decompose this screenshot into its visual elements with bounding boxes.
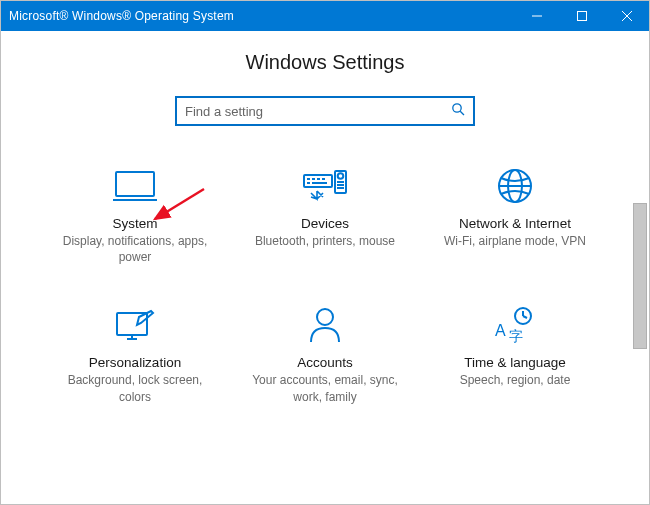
search-icon xyxy=(451,102,465,120)
tile-desc: Bluetooth, printers, mouse xyxy=(255,233,395,249)
search-input[interactable] xyxy=(185,104,451,119)
accounts-icon xyxy=(307,305,343,345)
tile-label: Devices xyxy=(301,216,349,231)
tile-label: System xyxy=(112,216,157,231)
tile-label: Personalization xyxy=(89,355,181,370)
svg-rect-1 xyxy=(577,12,586,21)
tile-network[interactable]: Network & Internet Wi-Fi, airplane mode,… xyxy=(420,166,610,265)
tile-desc: Your accounts, email, sync, work, family xyxy=(252,372,398,404)
tile-personalization[interactable]: Personalization Background, lock screen,… xyxy=(40,305,230,404)
window-title: Microsoft® Windows® Operating System xyxy=(1,9,234,23)
minimize-icon xyxy=(532,11,542,21)
svg-rect-6 xyxy=(116,172,154,196)
tile-desc: Display, notifications, apps, power xyxy=(63,233,208,265)
tile-devices[interactable]: Devices Bluetooth, printers, mouse xyxy=(230,166,420,265)
tile-desc: Speech, region, date xyxy=(460,372,571,388)
tile-desc: Wi-Fi, airplane mode, VPN xyxy=(444,233,586,249)
tile-time-language[interactable]: A 字 Time & language Speech, region, date xyxy=(420,305,610,404)
search-wrap xyxy=(1,96,649,126)
page-title: Windows Settings xyxy=(1,51,649,74)
scrollbar-thumb[interactable] xyxy=(633,203,647,349)
maximize-button[interactable] xyxy=(559,1,604,31)
network-icon xyxy=(495,166,535,206)
tile-desc: Background, lock screen, colors xyxy=(68,372,203,404)
close-icon xyxy=(622,11,632,21)
svg-rect-8 xyxy=(304,175,332,187)
svg-line-5 xyxy=(460,111,464,115)
system-icon xyxy=(113,166,157,206)
maximize-icon xyxy=(577,11,587,21)
svg-text:字: 字 xyxy=(509,328,523,344)
window-controls xyxy=(514,1,649,31)
titlebar: Microsoft® Windows® Operating System xyxy=(1,1,649,31)
time-language-icon: A 字 xyxy=(493,305,537,345)
tile-label: Network & Internet xyxy=(459,216,571,231)
devices-icon xyxy=(302,166,348,206)
client-area: Windows Settings System Display, notific… xyxy=(1,31,649,505)
svg-point-4 xyxy=(453,104,461,112)
settings-grid: System Display, notifications, apps, pow… xyxy=(40,166,610,405)
svg-point-26 xyxy=(317,309,333,325)
svg-line-29 xyxy=(523,316,527,318)
tile-system[interactable]: System Display, notifications, apps, pow… xyxy=(40,166,230,265)
window: Microsoft® Windows® Operating System Win… xyxy=(0,0,650,505)
minimize-button[interactable] xyxy=(514,1,559,31)
tile-label: Accounts xyxy=(297,355,353,370)
svg-point-16 xyxy=(338,173,344,179)
tile-label: Time & language xyxy=(464,355,566,370)
search-box[interactable] xyxy=(175,96,475,126)
personalization-icon xyxy=(113,305,157,345)
tile-accounts[interactable]: Accounts Your accounts, email, sync, wor… xyxy=(230,305,420,404)
svg-text:A: A xyxy=(495,322,506,339)
close-button[interactable] xyxy=(604,1,649,31)
